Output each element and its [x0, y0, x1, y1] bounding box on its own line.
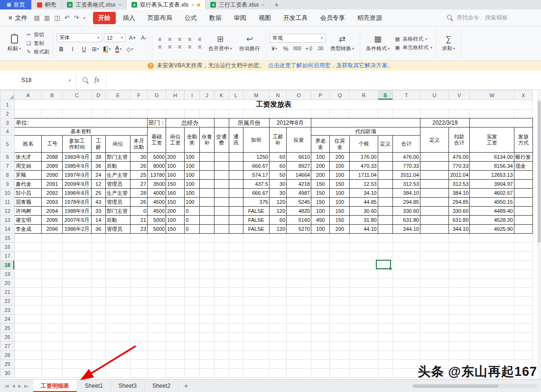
table-header-cell[interactable]: 交通 费 — [214, 128, 229, 153]
data-cell[interactable]: 4987 — [287, 189, 311, 198]
data-cell[interactable]: 0 — [185, 225, 200, 234]
table-header-cell[interactable]: 定义 — [378, 136, 392, 153]
grid-cell[interactable] — [229, 109, 243, 119]
underline-button[interactable]: U — [79, 45, 89, 54]
data-cell[interactable]: 2007年5月 — [63, 216, 91, 225]
data-cell[interactable]: 666.67 — [243, 162, 269, 171]
grid-cell[interactable] — [350, 109, 378, 119]
row-header-19[interactable]: 19 — [0, 270, 15, 279]
grid-cell[interactable] — [350, 252, 378, 261]
grid-cell[interactable] — [311, 324, 330, 333]
grid-cell[interactable] — [200, 261, 214, 270]
grid-cell[interactable] — [63, 351, 91, 360]
grid-cell[interactable] — [42, 288, 63, 297]
grid-cell[interactable] — [420, 315, 448, 324]
grid-cell[interactable] — [350, 297, 378, 306]
grid-cell[interactable] — [148, 279, 166, 288]
grid-cell[interactable] — [330, 270, 350, 279]
grid-cell[interactable] — [91, 315, 105, 324]
data-cell[interactable]: 100 — [166, 162, 185, 171]
grid-cell[interactable] — [185, 109, 200, 119]
grid-cell[interactable] — [449, 315, 470, 324]
tab-formulas[interactable]: 公式 — [179, 12, 202, 24]
data-cell[interactable] — [200, 216, 214, 225]
data-cell[interactable] — [378, 225, 392, 234]
grid-cell[interactable] — [148, 369, 166, 378]
grid-cell[interactable] — [243, 297, 269, 306]
grid-cell[interactable] — [311, 315, 330, 324]
grid-cell[interactable] — [148, 342, 166, 351]
grid-cell[interactable] — [287, 279, 311, 288]
data-cell[interactable]: 150 — [166, 180, 185, 189]
grid-cell[interactable] — [185, 288, 200, 297]
grid-cell[interactable] — [105, 234, 130, 243]
data-cell[interactable]: 4528.20 — [470, 216, 514, 225]
vertical-scrollbar-thumb[interactable] — [538, 100, 541, 243]
info-cell[interactable]: 所属月份 — [229, 119, 269, 128]
data-cell[interactable]: 384.10 — [392, 189, 420, 198]
grid-cell[interactable] — [166, 243, 185, 252]
table-header-cell[interactable]: 岗位 工资 — [166, 128, 185, 153]
grid-cell[interactable] — [42, 261, 63, 270]
data-cell[interactable]: 30 — [269, 180, 286, 189]
grid-cell[interactable] — [166, 234, 185, 243]
grid-cell[interactable] — [229, 261, 243, 270]
grid-cell[interactable] — [243, 360, 269, 369]
grid-cell[interactable] — [449, 342, 470, 351]
grid-cell[interactable] — [42, 243, 63, 252]
grid-cell[interactable] — [200, 351, 214, 360]
col-header-D[interactable]: D — [91, 91, 105, 100]
percent-button[interactable]: % — [281, 44, 290, 53]
grid-cell[interactable] — [378, 109, 392, 119]
grid-cell[interactable] — [350, 360, 378, 369]
grid-cell[interactable] — [470, 261, 514, 270]
row-header-4[interactable]: 4 — [0, 128, 15, 136]
grid-cell[interactable] — [330, 288, 350, 297]
copy-button[interactable]: ❏复制 — [26, 40, 49, 47]
grid-cell[interactable] — [229, 360, 243, 369]
data-cell[interactable] — [378, 216, 392, 225]
home-tab[interactable]: ▦ 首页 — [0, 0, 31, 9]
grid-cell[interactable] — [378, 369, 392, 378]
grid-cell[interactable] — [350, 369, 378, 378]
data-cell[interactable]: 4602.57 — [470, 189, 514, 198]
data-cell[interactable]: 200 — [330, 153, 350, 162]
table-header-cell[interactable]: 参加工 作时间 — [63, 136, 91, 153]
data-cell[interactable]: 100 — [311, 225, 330, 234]
last-sheet-icon[interactable]: ▶| — [25, 384, 28, 388]
paste-button[interactable]: 粘贴▾ — [5, 34, 23, 53]
data-cell[interactable] — [420, 180, 448, 189]
grid-cell[interactable] — [185, 315, 200, 324]
grid-cell[interactable] — [514, 288, 532, 297]
data-cell[interactable]: 4950.15 — [470, 198, 514, 207]
grid-cell[interactable] — [185, 333, 200, 342]
data-cell[interactable]: 60 — [269, 153, 286, 162]
data-cell[interactable]: 2090 — [42, 171, 63, 180]
grid-cell[interactable] — [42, 324, 63, 333]
grid-cell[interactable] — [130, 333, 147, 342]
data-cell[interactable]: 450 — [311, 216, 330, 225]
data-cell[interactable]: 1996年8月 — [63, 189, 91, 198]
data-cell[interactable] — [229, 207, 243, 216]
doc-tab-1[interactable]: X 工资表格式.xlsx × — [62, 0, 126, 9]
grid-cell[interactable] — [269, 315, 286, 324]
grid-cell[interactable] — [378, 270, 392, 279]
grid-cell[interactable] — [243, 279, 269, 288]
data-cell[interactable]: 部门主管 — [105, 207, 130, 216]
grid-cell[interactable] — [105, 342, 130, 351]
vertical-scrollbar[interactable] — [537, 90, 541, 379]
row-header-15[interactable]: 15 — [0, 234, 15, 243]
grid-cell[interactable] — [214, 288, 229, 297]
grid-cell[interactable] — [42, 252, 63, 261]
data-cell[interactable]: 150 — [311, 180, 330, 189]
grid-cell[interactable] — [420, 109, 448, 119]
grid-cell[interactable] — [63, 360, 91, 369]
grid-cell[interactable] — [449, 324, 470, 333]
grid-cell[interactable] — [470, 297, 514, 306]
data-cell[interactable]: 银行发 — [514, 153, 532, 162]
grid-cell[interactable] — [420, 306, 448, 315]
table-header-cell[interactable]: 基础 工资 — [148, 128, 166, 153]
data-cell[interactable]: 344.10 — [449, 225, 470, 234]
grid-cell[interactable] — [330, 324, 350, 333]
row-header-25[interactable]: 25 — [0, 324, 15, 333]
